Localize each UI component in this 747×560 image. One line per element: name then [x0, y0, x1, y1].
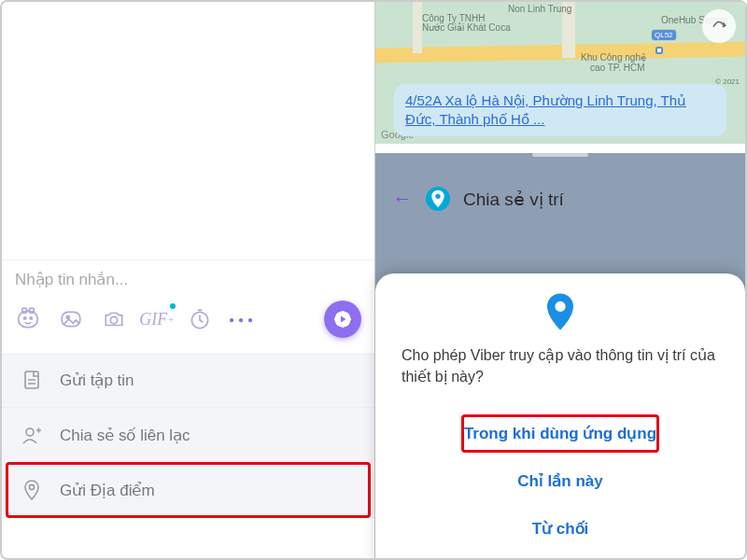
left-pane: Nhập tin nhắn... GIF+ ●●● [2, 2, 375, 558]
permission-deny[interactable]: Từ chối [402, 507, 719, 551]
option-share-contact[interactable]: Chia sẻ số liên lạc [2, 408, 374, 463]
svg-point-11 [29, 484, 34, 489]
option-send-location[interactable]: Gửi Địa điểm [2, 463, 374, 518]
permission-while-using[interactable]: Trong khi dùng ứng dụng [402, 412, 719, 455]
sticker-icon[interactable] [15, 307, 41, 331]
svg-point-7 [110, 316, 117, 323]
road-badge: QL52 [652, 30, 676, 40]
share-location-screen: ← Chia sẻ vị trí Cho phép Viber truy cập… [375, 153, 745, 560]
metro-station-icon [655, 47, 663, 54]
back-arrow-icon[interactable]: ← [392, 187, 413, 211]
dialog-location-icon [544, 292, 576, 331]
more-icon[interactable]: ●●● [230, 307, 256, 331]
share-title: Chia sẻ vị trí [463, 189, 564, 210]
drag-handle[interactable] [532, 153, 588, 157]
address-bubble[interactable]: 4/52A Xa lộ Hà Nội, Phường Linh Trung, T… [394, 84, 726, 137]
gif-icon[interactable]: GIF+ [144, 307, 170, 331]
location-icon [21, 479, 43, 501]
camera-icon[interactable] [101, 307, 127, 331]
option-label: Gửi Địa điểm [60, 481, 155, 500]
svg-rect-0 [19, 311, 38, 327]
svg-point-4 [30, 317, 32, 319]
chat-area [2, 2, 374, 259]
send-button[interactable] [324, 301, 361, 338]
svg-point-10 [26, 428, 34, 436]
option-send-file[interactable]: Gửi tập tin [2, 353, 374, 408]
file-icon [21, 369, 43, 391]
location-pin-icon [426, 187, 450, 211]
map-preview[interactable]: QL52 Non Linh Trung Công Ty TNHH Nước Gi… [375, 2, 745, 144]
dialog-message: Cho phép Viber truy cập vào thông tin vị… [402, 344, 719, 387]
notification-dot [170, 303, 176, 309]
attachment-options: Gửi tập tin Chia sẻ số liên lạc Gửi Địa … [2, 353, 374, 518]
message-input-area: Nhập tin nhắn... GIF+ ●●● [2, 259, 374, 353]
gallery-icon[interactable] [58, 307, 84, 331]
right-pane: QL52 Non Linh Trung Công Ty TNHH Nước Gi… [375, 2, 745, 558]
svg-point-3 [24, 317, 26, 319]
option-label: Chia sẻ số liên lạc [60, 426, 190, 445]
svg-point-12 [435, 194, 440, 199]
share-icon[interactable] [702, 9, 736, 43]
contact-icon [21, 424, 43, 446]
timer-icon[interactable] [187, 307, 213, 331]
message-input[interactable]: Nhập tin nhắn... [15, 270, 361, 297]
toolbar: GIF+ ●●● [15, 297, 361, 347]
share-header: ← Chia sẻ vị trí [375, 166, 745, 231]
svg-point-13 [555, 301, 565, 311]
permission-dialog: Cho phép Viber truy cập vào thông tin vị… [375, 273, 745, 560]
option-label: Gửi tập tin [60, 371, 134, 390]
permission-only-once[interactable]: Chỉ lần này [402, 459, 719, 503]
